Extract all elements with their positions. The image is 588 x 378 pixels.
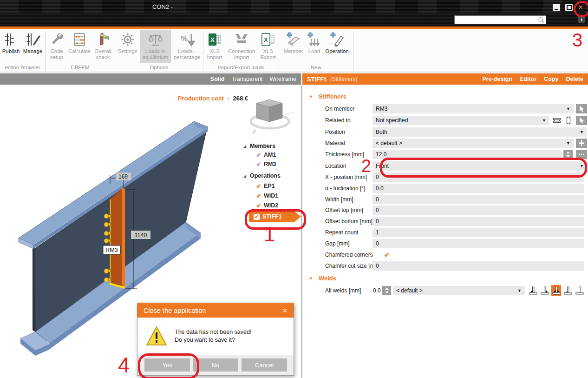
property-input[interactable]: 0 <box>372 217 584 226</box>
more-icon[interactable] <box>576 150 587 159</box>
property-row-repeat-count: Repeat count1 <box>302 228 588 237</box>
property-input[interactable]: 0 <box>372 239 584 248</box>
section-welds[interactable]: ▼ Welds <box>309 275 336 282</box>
checkbox-checked-icon[interactable]: ✔ <box>384 251 390 259</box>
property-label: X - position [mm] <box>325 174 367 180</box>
info-button[interactable]: i <box>578 16 585 23</box>
tree-item-ep1[interactable]: ✔EP1 <box>254 181 275 191</box>
chevron-down-icon: ▼ <box>580 130 584 134</box>
property-input[interactable]: 0.0 <box>372 184 584 193</box>
section-horizontal-icon[interactable] <box>552 116 562 125</box>
checkbox-checked-icon[interactable]: ✔ <box>254 192 264 199</box>
property-row-width-mm-: Width [mm]0 <box>302 195 588 204</box>
tree-section-label: Operations <box>250 172 281 179</box>
property-dropdown[interactable]: Front▼ <box>372 161 587 171</box>
property-dropdown[interactable]: RM3▼ <box>372 104 574 113</box>
all-welds-row: All welds [mm] 0.0 < default > ▼ <box>302 286 588 295</box>
delete-button[interactable]: Delete <box>566 76 583 82</box>
property-row-thickness-mm-: Thickness [mm]12.0 <box>302 150 588 159</box>
pre-design-button[interactable]: Pre-design <box>483 76 513 82</box>
ribbon-item-xls-export[interactable]: XXLS Export <box>257 30 279 63</box>
ribbon-item-manage[interactable]: Manage <box>22 30 44 63</box>
tree-item-am1[interactable]: ✔AM1 <box>254 150 276 159</box>
ribbon-item-calculate[interactable]: Calculate <box>69 30 91 63</box>
weld-fillet-left-icon[interactable] <box>528 285 538 296</box>
close-icon: ✕ <box>578 4 583 11</box>
property-input[interactable]: 12.0 <box>372 150 562 159</box>
collapse-triangle-icon[interactable]: ◢ <box>243 144 250 148</box>
close-button[interactable]: ✕ <box>577 4 584 11</box>
picker-icon[interactable] <box>576 116 587 125</box>
ribbon-item-load[interactable]: Load <box>306 30 323 63</box>
weld-fillet-right-icon[interactable] <box>540 285 549 296</box>
ribbon-item-connection-import[interactable]: Connection Import <box>227 30 256 63</box>
property-input[interactable]: 0 <box>372 206 584 215</box>
tree-item-wid2[interactable]: ✔WID2 <box>254 201 278 210</box>
ribbon-item-settings[interactable]: Settings <box>116 30 139 63</box>
spinner-icon[interactable] <box>382 286 391 295</box>
maximize-button[interactable] <box>565 4 573 11</box>
view-mode-wireframe[interactable]: Wireframe <box>269 76 296 82</box>
section-vertical-icon[interactable] <box>564 116 573 125</box>
checkbox-checked-icon[interactable]: ✔ <box>254 152 264 159</box>
collapse-triangle-icon[interactable]: ◢ <box>243 174 250 178</box>
ribbon-item-operation[interactable]: Operation <box>324 30 351 63</box>
section-stiffeners[interactable]: ▼ Stiffeners <box>309 93 346 100</box>
weld-partial-icon[interactable] <box>563 285 573 296</box>
property-label: Repeat count <box>325 229 358 236</box>
ribbon-item-loads-in-equilibrium[interactable]: Loads in equilibrium <box>140 30 171 63</box>
property-row-chamfered-corners: Chamfered corners✔ <box>302 250 588 259</box>
property-dropdown[interactable]: Not specified▼ <box>372 116 549 125</box>
tree-item-stiff1-selected[interactable]: ✔STIFF1 <box>249 212 301 222</box>
connection-import-icon <box>233 31 250 48</box>
view-mode-solid[interactable]: Solid <box>210 76 225 82</box>
add-icon[interactable] <box>576 139 587 148</box>
weld-fillet-both-icon[interactable] <box>551 285 561 296</box>
property-dropdown[interactable]: < default >▼ <box>372 139 574 148</box>
overall-check-icon <box>94 31 112 48</box>
property-input[interactable]: 1 <box>372 228 584 237</box>
tree-item-wid1[interactable]: ✔WID1 <box>254 191 278 200</box>
manage-icon <box>24 31 42 48</box>
checkbox-checked-icon[interactable]: ✔ <box>254 183 264 190</box>
tree-section-operations[interactable]: ◢Operations <box>243 171 281 180</box>
tree-item-rm3[interactable]: ✔RM3 <box>254 159 276 169</box>
search-box[interactable] <box>454 15 546 24</box>
ribbon-item-overall-check[interactable]: Overall check <box>91 30 115 63</box>
weld-butt-icon[interactable] <box>575 285 584 296</box>
ribbon-item-member[interactable]: Member <box>282 30 305 63</box>
checkbox-checked-icon[interactable]: ✔ <box>254 202 264 209</box>
minimize-button[interactable] <box>553 4 560 11</box>
picker-icon[interactable] <box>576 104 587 113</box>
property-label: Related to <box>325 117 351 124</box>
view-mode-transparent[interactable]: Transparent <box>231 76 262 82</box>
ribbon-group-new: MemberLoadOperationNew <box>279 29 353 72</box>
cancel-button[interactable]: Cancel <box>242 358 287 371</box>
property-dropdown[interactable]: Both▼ <box>372 127 587 137</box>
ribbon-item-code-setup[interactable]: Code setup <box>46 30 68 63</box>
property-input[interactable]: 0 <box>372 172 584 182</box>
copy-button[interactable]: Copy <box>544 76 558 82</box>
property-input[interactable]: 0 <box>372 195 584 204</box>
no-button[interactable]: No <box>193 358 238 371</box>
property-row-on-member: On memberRM3▼ <box>302 104 588 113</box>
search-input[interactable] <box>457 16 538 23</box>
checkbox-checked-icon[interactable]: ✔ <box>254 161 264 168</box>
dialog-close-icon[interactable]: ✕ <box>282 307 287 314</box>
checkbox-checked-icon[interactable]: ✔ <box>254 214 260 220</box>
property-label: Gap [mm] <box>325 240 350 247</box>
ribbon-item-loads-percentage[interactable]: %Loads - percentage <box>172 30 203 63</box>
yes-button[interactable]: Yes <box>144 358 190 371</box>
minimize-icon <box>555 9 558 10</box>
svg-text:X: X <box>210 36 215 43</box>
property-input[interactable]: 0 <box>372 261 584 271</box>
property-row-chamfer-cut-size-mm-: Chamfer cut size [mm]0 <box>302 261 588 271</box>
spinner-icon[interactable] <box>563 150 573 159</box>
ribbon-item-xls-import[interactable]: XXLS Import <box>203 30 226 63</box>
tree-section-members[interactable]: ◢Members <box>243 141 275 151</box>
ribbon-item-publish[interactable]: Publish <box>1 30 21 63</box>
property-label: Thickness [mm] <box>325 151 364 158</box>
weld-material-dropdown[interactable]: < default > ▼ <box>393 286 525 295</box>
property-value: 1 <box>376 229 379 236</box>
editor-button[interactable]: Editor <box>520 76 536 82</box>
